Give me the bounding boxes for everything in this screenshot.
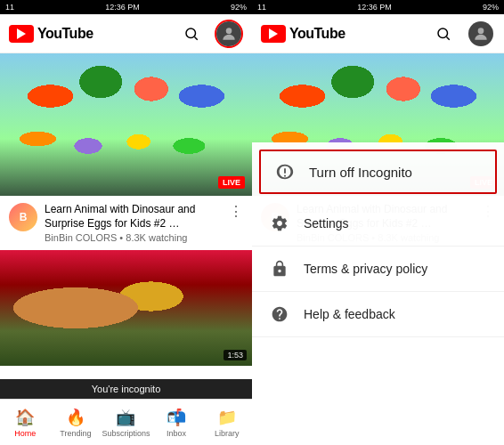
left-logo[interactable]: YouTube: [9, 25, 93, 43]
help-label: Help & feedback: [304, 307, 395, 321]
left-nav-subscriptions[interactable]: 📺 Subscriptions: [101, 400, 151, 445]
left-search-button[interactable]: [177, 20, 206, 48]
svg-point-3: [438, 28, 448, 38]
right-logo-text: YouTube: [289, 26, 345, 42]
left-status-bar: 11 12:36 PM 92%: [0, 0, 252, 14]
left-video1-subtitle: BinBin COLORS • 8.3K watching: [45, 232, 222, 243]
settings-label: Settings: [304, 216, 349, 231]
left-bottom-nav: 🏠 Home 🔥 Trending 📺 Subscriptions 📬 Inbo…: [0, 399, 252, 445]
library-icon: 📁: [217, 408, 237, 427]
left-status-left: 11: [5, 3, 14, 12]
right-status-right: 92%: [483, 3, 499, 12]
left-video1-thumbnail[interactable]: LIVE: [0, 53, 252, 196]
youtube-icon: [9, 25, 34, 43]
subscriptions-icon: 📺: [116, 408, 135, 427]
left-duration-badge: 1:53: [224, 350, 247, 360]
left-avatar: [216, 21, 241, 46]
left-video1-title: Learn Animal with Dinosaur and Surprise …: [45, 203, 222, 231]
terms-label: Terms & privacy policy: [304, 262, 427, 276]
left-incognito-banner: You're incognito: [0, 379, 252, 399]
left-video2-thumbnail[interactable]: 1:53: [0, 250, 252, 366]
left-nav-inbox[interactable]: 📬 Inbox: [151, 400, 202, 445]
svg-line-4: [446, 36, 449, 39]
left-nav-home[interactable]: 🏠 Home: [0, 400, 51, 445]
left-header-icons: [177, 20, 243, 48]
svg-point-2: [226, 28, 232, 34]
svg-line-1: [194, 36, 197, 39]
left-channel-avatar: B: [9, 203, 37, 231]
right-search-button[interactable]: [429, 20, 458, 48]
right-logo[interactable]: YouTube: [261, 25, 345, 43]
left-nav-subscriptions-label: Subscriptions: [102, 429, 150, 438]
terms-item[interactable]: Terms & privacy policy: [252, 247, 504, 292]
right-status-time: 12:36 PM: [357, 3, 392, 12]
right-account-button[interactable]: [467, 20, 495, 48]
right-panel: 11 12:36 PM 92% YouTube: [252, 0, 504, 445]
help-icon: [270, 304, 289, 324]
left-account-button[interactable]: [215, 20, 243, 48]
trending-icon: 🔥: [66, 408, 85, 427]
left-nav-inbox-label: Inbox: [167, 429, 186, 438]
settings-item[interactable]: Settings: [252, 201, 504, 247]
left-nav-library-label: Library: [215, 429, 240, 438]
svg-point-0: [186, 28, 196, 38]
left-status-right: 92%: [231, 3, 247, 12]
left-video1-info: B Learn Animal with Dinosaur and Surpris…: [0, 196, 252, 250]
turn-off-incognito-label: Turn off Incognito: [309, 165, 412, 180]
right-youtube-icon: [261, 25, 286, 43]
left-panel: 11 12:36 PM 92% YouTube: [0, 0, 252, 445]
home-icon: 🏠: [15, 408, 35, 427]
left-nav-trending-label: Trending: [60, 429, 91, 438]
left-status-time: 12:36 PM: [105, 3, 140, 12]
left-video1-meta: Learn Animal with Dinosaur and Surprise …: [45, 203, 222, 243]
left-thumbnail2-scene: [0, 250, 252, 366]
left-live-badge: LIVE: [218, 176, 245, 189]
right-avatar: [468, 21, 493, 46]
left-more-icon[interactable]: ⋮: [229, 203, 243, 220]
terms-icon: [270, 259, 289, 279]
left-nav-home-label: Home: [14, 429, 36, 438]
right-status-left: 11: [257, 3, 266, 12]
settings-icon: [270, 214, 289, 233]
left-thumbnail-scene: [0, 53, 252, 196]
right-overlay-menu: Turn off Incognito Settings Terms & priv…: [252, 142, 504, 445]
left-header: YouTube: [0, 14, 252, 53]
left-nav-library[interactable]: 📁 Library: [201, 400, 252, 445]
left-logo-text: YouTube: [37, 26, 93, 42]
left-nav-trending[interactable]: 🔥 Trending: [51, 400, 102, 445]
right-header-icons: [429, 20, 495, 48]
inbox-icon: 📬: [167, 408, 186, 427]
right-header: YouTube: [252, 14, 504, 53]
help-item[interactable]: Help & feedback: [252, 292, 504, 337]
turn-off-incognito-item[interactable]: Turn off Incognito: [259, 150, 497, 194]
right-status-bar: 11 12:36 PM 92%: [252, 0, 504, 14]
svg-point-5: [478, 28, 484, 34]
incognito-icon: [275, 162, 295, 182]
